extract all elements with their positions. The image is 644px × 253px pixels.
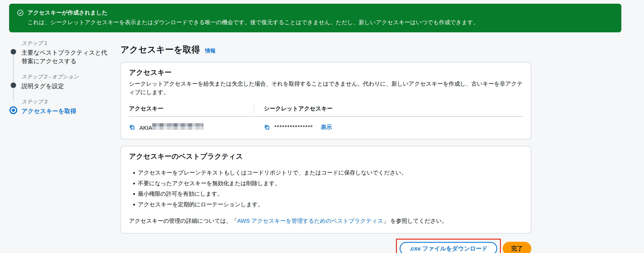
list-item: アクセスキーを定期的にローテーションします。 [138, 200, 523, 209]
access-key-prefix: AKIA [140, 125, 152, 131]
step-2-completed-marker-icon [11, 82, 16, 88]
masked-asterisks: *************** [274, 124, 313, 130]
wizard-step-nav: ステップ 1 主要なベストプラクティスと代替案にアクセスする ステップ 2 - … [10, 40, 114, 123]
list-item: 不要になったアクセスキーを無効化または削除します。 [138, 179, 523, 188]
step-2-label: ステップ 2 - オプション [22, 73, 114, 80]
header-rule [129, 116, 523, 116]
access-key-panel-description: シークレットアクセスキーを紛失または失念した場合、それを取得することはできません… [129, 80, 523, 96]
step-1-completed-marker-icon [11, 49, 16, 54]
copy-access-key-button[interactable] [129, 124, 135, 130]
list-item: 最小権限の許可を有効にします。 [138, 190, 523, 198]
step-3-label: ステップ 3 [22, 98, 114, 105]
secret-access-key-cell: ***************表示 [254, 123, 332, 131]
best-practices-heading: アクセスキーのベストプラクティス [129, 152, 523, 161]
best-practices-footer: アクセスキーの管理の詳細については、「AWS アクセスキーを管理するためのベスト… [129, 217, 523, 225]
best-practices-list: アクセスキーをプレーンテキストもしくはコードリポジトリで、またはコードに保存しな… [129, 168, 523, 209]
info-link[interactable]: 情報 [205, 47, 216, 54]
page-title-row: アクセスキーを取得 情報 [120, 44, 531, 56]
footer-text-prefix: アクセスキーの管理の詳細については、「 [129, 218, 237, 224]
step-1-item: ステップ 1 主要なベストプラクティスと代替案にアクセスする [10, 40, 114, 66]
wizard-actions: .csv ファイルをダウンロード 完了 [120, 239, 531, 253]
done-button[interactable]: 完了 [503, 242, 531, 253]
access-key-column-header: アクセスキー [129, 105, 254, 112]
step-2-link[interactable]: 説明タグを設定 [22, 82, 112, 90]
page-title: アクセスキーを取得 [120, 44, 200, 56]
wizard-content: アクセスキーを取得 情報 アクセスキー シークレットアクセスキーを紛失または失念… [120, 44, 531, 253]
key-values-row: AKIA ***************表示 [129, 123, 523, 132]
secret-access-key-column-header: シークレットアクセスキー [254, 105, 333, 112]
access-key-panel-heading: アクセスキー [129, 68, 523, 77]
step-1-label: ステップ 1 [22, 40, 114, 47]
step-3-link[interactable]: アクセスキーを取得 [22, 107, 112, 116]
copy-icon [264, 128, 270, 131]
success-check-circle-icon [17, 10, 24, 17]
flashbar-message: これは、シークレットアクセスキーを表示またはダウンロードできる唯一の機会です。後… [28, 18, 479, 26]
step-3-active-marker-icon [10, 106, 17, 114]
flashbar-title: アクセスキーが作成されました [28, 9, 479, 16]
footer-text-suffix: 」 を参照してください。 [383, 218, 448, 224]
access-key-panel: アクセスキー シークレットアクセスキーを紛失または失念した場合、それを取得するこ… [120, 62, 531, 139]
step-3-item-active: ステップ 3 アクセスキーを取得 [10, 98, 114, 116]
access-key-redacted-blur [152, 123, 203, 130]
step-1-link[interactable]: 主要なベストプラクティスと代替案にアクセスする [22, 48, 112, 66]
copy-icon [129, 128, 135, 131]
step-2-item: ステップ 2 - オプション 説明タグを設定 [10, 73, 114, 90]
manage-access-keys-doc-link[interactable]: AWS アクセスキーを管理するためのベストプラクティス [237, 218, 383, 224]
copy-secret-key-button[interactable] [264, 124, 270, 130]
best-practices-panel: アクセスキーのベストプラクティス アクセスキーをプレーンテキストもしくはコードリ… [120, 146, 531, 234]
access-key-cell: AKIA [129, 123, 254, 131]
red-highlight-annotation: .csv ファイルをダウンロード [396, 239, 501, 253]
key-columns-header: アクセスキー シークレットアクセスキー [129, 104, 523, 113]
secret-key-masked-value: ***************表示 [274, 124, 332, 131]
list-item: アクセスキーをプレーンテキストもしくはコードリポジトリで、またはコードに保存しな… [138, 168, 523, 177]
success-flashbar: アクセスキーが作成されました これは、シークレットアクセスキーを表示またはダウン… [9, 4, 621, 32]
download-csv-button[interactable]: .csv ファイルをダウンロード [400, 242, 497, 253]
access-key-value: AKIA [140, 123, 203, 131]
flashbar-text: アクセスキーが作成されました これは、シークレットアクセスキーを表示またはダウン… [28, 9, 479, 26]
show-secret-link[interactable]: 表示 [321, 124, 332, 130]
